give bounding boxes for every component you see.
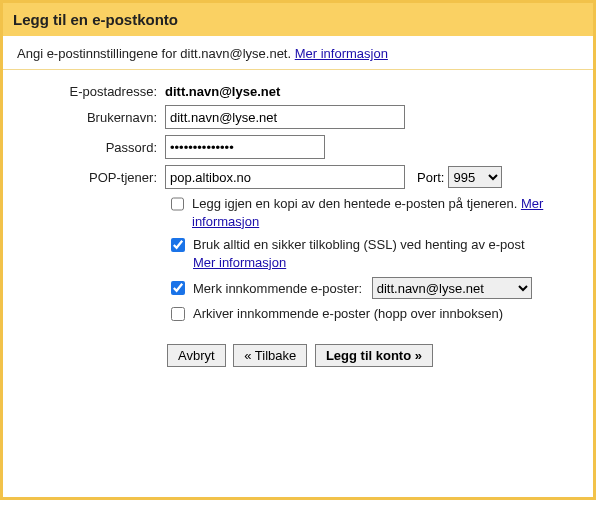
add-email-account-dialog: Legg til en e-postkonto Angi e-postinnst… xyxy=(0,0,596,500)
row-ssl: Bruk alltid en sikker tilkobling (SSL) v… xyxy=(167,236,579,271)
label-email: E-postadresse: xyxy=(17,84,165,99)
row-archive: Arkiver innkommende e-poster (hopp over … xyxy=(167,305,579,324)
button-row: Avbryt « Tilbake Legg til konto » xyxy=(167,344,579,367)
row-password: Passord: xyxy=(17,135,579,159)
username-input[interactable] xyxy=(165,105,405,129)
label-incoming-text: Merk innkommende e-poster: ditt.navn@lys… xyxy=(193,277,532,299)
archive-checkbox[interactable] xyxy=(171,307,185,321)
port-select[interactable]: 995 xyxy=(448,166,502,188)
dialog-subheader: Angi e-postinnstillingene for ditt.navn@… xyxy=(3,36,593,70)
form-area: E-postadresse: ditt.navn@lyse.net Bruker… xyxy=(3,70,593,367)
email-value: ditt.navn@lyse.net xyxy=(165,84,579,99)
ssl-more-info-link[interactable]: Mer informasjon xyxy=(193,255,286,270)
leave-copy-checkbox[interactable] xyxy=(171,197,184,211)
subheader-prefix: Angi e-postinnstillingene for xyxy=(17,46,180,61)
pop-server-input[interactable] xyxy=(165,165,405,189)
row-email: E-postadresse: ditt.navn@lyse.net xyxy=(17,84,579,99)
label-port: Port: xyxy=(417,170,444,185)
more-info-link[interactable]: Mer informasjon xyxy=(295,46,388,61)
subheader-suffix: . xyxy=(287,46,294,61)
row-leave-copy: Legg igjen en kopi av den hentede e-post… xyxy=(167,195,579,230)
ssl-text: Bruk alltid en sikker tilkobling (SSL) v… xyxy=(193,236,525,271)
row-pop-server: POP-tjener: Port: 995 xyxy=(17,165,579,189)
label-username: Brukernavn: xyxy=(17,110,165,125)
label-incoming-select[interactable]: ditt.navn@lyse.net xyxy=(372,277,532,299)
add-account-button[interactable]: Legg til konto » xyxy=(315,344,433,367)
label-password: Passord: xyxy=(17,140,165,155)
label-pop-server: POP-tjener: xyxy=(17,170,165,185)
leave-copy-text: Legg igjen en kopi av den hentede e-post… xyxy=(192,195,579,230)
dialog-title: Legg til en e-postkonto xyxy=(3,3,593,36)
password-input[interactable] xyxy=(165,135,325,159)
subheader-email: ditt.navn@lyse.net xyxy=(180,46,287,61)
back-button[interactable]: « Tilbake xyxy=(233,344,307,367)
row-username: Brukernavn: xyxy=(17,105,579,129)
archive-text: Arkiver innkommende e-poster (hopp over … xyxy=(193,305,503,323)
label-incoming-checkbox[interactable] xyxy=(171,281,185,295)
row-label-incoming: Merk innkommende e-poster: ditt.navn@lys… xyxy=(167,277,579,299)
ssl-checkbox[interactable] xyxy=(171,238,185,252)
cancel-button[interactable]: Avbryt xyxy=(167,344,226,367)
